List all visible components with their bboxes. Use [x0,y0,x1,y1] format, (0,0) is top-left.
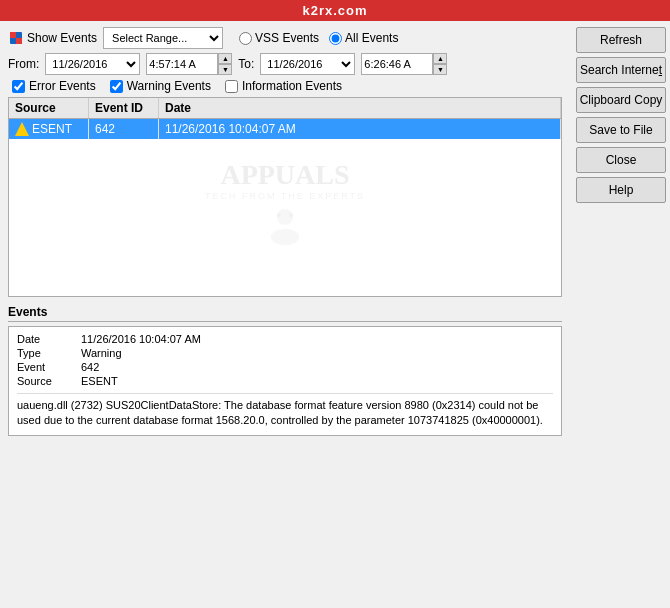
to-date-select[interactable]: 11/26/2016 [260,53,355,75]
event-table-container: Source Event ID Date ESENT 642 11/26/201… [8,97,562,297]
source-val: ESENT [81,375,553,387]
to-time-group: ▲ ▼ [361,53,447,75]
svg-point-6 [289,213,293,217]
filter-row: Show Events Select Range... VSS Events A… [8,27,562,49]
warning-icon [15,122,29,136]
datetime-row: From: 11/26/2016 ▲ ▼ To: 11/26/2016 ▲ ▼ [8,53,562,75]
warning-events-checkbox-label[interactable]: Warning Events [110,79,211,93]
right-panel: Refresh Search Internet Clipboard Copy S… [570,21,670,605]
save-to-file-button[interactable]: Save to File [576,117,666,143]
from-time-down-btn[interactable]: ▼ [218,64,232,75]
from-time-input[interactable] [146,53,218,75]
table-body: ESENT 642 11/26/2016 10:04:07 AM APPUALS… [9,119,561,296]
select-range-dropdown[interactable]: Select Range... [103,27,223,49]
all-events-radio[interactable] [329,32,342,45]
td-eventid: 642 [89,119,159,139]
all-events-radio-label[interactable]: All Events [329,31,398,45]
error-events-checkbox[interactable] [12,80,25,93]
info-events-label: Information Events [242,79,342,93]
radio-group: VSS Events All Events [239,31,398,45]
type-val: Warning [81,347,553,359]
clipboard-copy-button[interactable]: Clipboard Copy [576,87,666,113]
from-date-select[interactable]: 11/26/2016 [45,53,140,75]
date-key: Date [17,333,77,345]
svg-rect-1 [10,32,16,38]
to-time-up-btn[interactable]: ▲ [433,53,447,64]
vss-events-radio[interactable] [239,32,252,45]
event-key: Event [17,361,77,373]
flag-icon [8,30,24,46]
th-source: Source [9,98,89,118]
appuals-person-icon [265,205,305,245]
close-button[interactable]: Close [576,147,666,173]
search-internet-label: Search Internet [580,63,662,77]
left-panel: Show Events Select Range... VSS Events A… [0,21,570,605]
from-time-group: ▲ ▼ [146,53,232,75]
info-events-checkbox[interactable] [225,80,238,93]
td-source: ESENT [9,119,89,139]
error-events-label: Error Events [29,79,96,93]
watermark-banner: k2rx.com [0,0,670,21]
to-time-input[interactable] [361,53,433,75]
to-time-down-btn[interactable]: ▼ [433,64,447,75]
table-row[interactable]: ESENT 642 11/26/2016 10:04:07 AM [9,119,561,139]
detail-grid: Date 11/26/2016 10:04:07 AM Type Warning… [17,333,553,387]
detail-description: uaueng.dll (2732) SUS20ClientDataStore: … [17,393,553,429]
warning-events-label: Warning Events [127,79,211,93]
source-key: Source [17,375,77,387]
th-date: Date [159,98,561,118]
from-time-up-btn[interactable]: ▲ [218,53,232,64]
appuals-watermark: APPUALS TECH FROM THE EXPERTS [9,139,561,268]
vss-events-label: VSS Events [255,31,319,45]
to-label: To: [238,57,254,71]
table-header: Source Event ID Date [9,98,561,119]
refresh-button[interactable]: Refresh [576,27,666,53]
error-events-checkbox-label[interactable]: Error Events [12,79,96,93]
search-internet-button[interactable]: Search Internet [576,57,666,83]
th-eventid: Event ID [89,98,159,118]
from-label: From: [8,57,39,71]
vss-events-radio-label[interactable]: VSS Events [239,31,319,45]
td-source-text: ESENT [32,122,72,136]
all-events-label: All Events [345,31,398,45]
show-events-label: Show Events [27,31,97,45]
to-time-spinner: ▲ ▼ [433,53,447,75]
detail-section-label: Events [8,303,562,322]
td-date: 11/26/2016 10:04:07 AM [159,119,561,139]
checkbox-row: Error Events Warning Events Information … [8,79,562,93]
watermark-text: k2rx.com [302,3,367,18]
detail-box: Date 11/26/2016 10:04:07 AM Type Warning… [8,326,562,436]
event-val: 642 [81,361,553,373]
svg-point-3 [277,209,293,225]
svg-point-5 [277,213,281,217]
svg-point-4 [271,229,299,245]
info-events-checkbox-label[interactable]: Information Events [225,79,342,93]
svg-rect-2 [16,38,22,44]
type-key: Type [17,347,77,359]
from-time-spinner: ▲ ▼ [218,53,232,75]
date-val: 11/26/2016 10:04:07 AM [81,333,553,345]
warning-events-checkbox[interactable] [110,80,123,93]
help-button[interactable]: Help [576,177,666,203]
